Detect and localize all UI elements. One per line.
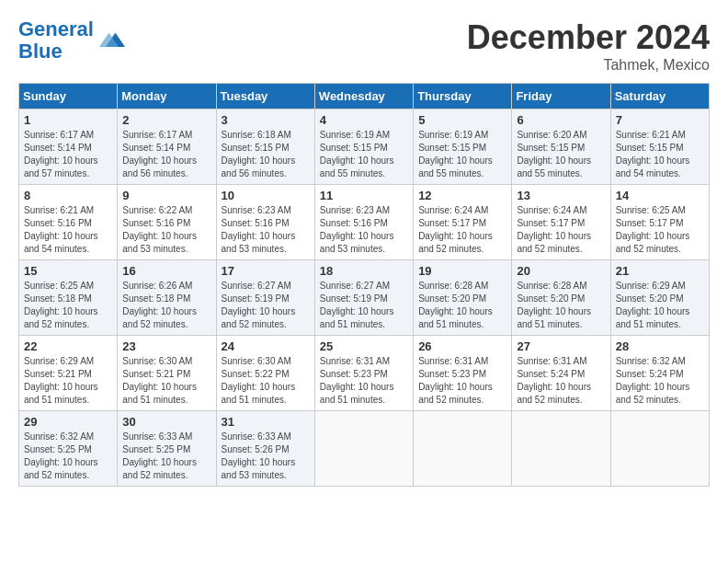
logo-icon <box>99 28 125 53</box>
day-info: Sunrise: 6:21 AM Sunset: 5:16 PM Dayligh… <box>24 204 112 256</box>
day-number: 13 <box>517 189 605 202</box>
day-info: Sunrise: 6:18 AM Sunset: 5:15 PM Dayligh… <box>222 129 310 180</box>
day-info: Sunrise: 6:25 AM Sunset: 5:18 PM Dayligh… <box>24 280 112 331</box>
day-number: 26 <box>418 339 506 353</box>
day-number: 15 <box>24 264 112 278</box>
day-info: Sunrise: 6:27 AM Sunset: 5:19 PM Dayligh… <box>320 280 408 331</box>
day-info: Sunrise: 6:31 AM Sunset: 5:24 PM Dayligh… <box>517 355 605 407</box>
day-info: Sunrise: 6:17 AM Sunset: 5:14 PM Dayligh… <box>24 129 112 180</box>
page-header: General Blue December 2024 Tahmek, Mexic… <box>18 18 710 74</box>
day-info: Sunrise: 6:17 AM Sunset: 5:14 PM Dayligh… <box>122 129 210 180</box>
day-info: Sunrise: 6:24 AM Sunset: 5:17 PM Dayligh… <box>517 204 605 256</box>
day-number: 28 <box>616 339 704 353</box>
day-info: Sunrise: 6:23 AM Sunset: 5:16 PM Dayligh… <box>320 204 408 256</box>
day-info: Sunrise: 6:30 AM Sunset: 5:21 PM Dayligh… <box>122 355 210 407</box>
day-number: 17 <box>222 264 310 278</box>
calendar-cell: 8Sunrise: 6:21 AM Sunset: 5:16 PM Daylig… <box>19 185 118 260</box>
calendar-cell: 18Sunrise: 6:27 AM Sunset: 5:19 PM Dayli… <box>314 260 413 336</box>
day-number: 4 <box>320 113 408 127</box>
calendar-week-row: 8Sunrise: 6:21 AM Sunset: 5:16 PM Daylig… <box>19 185 710 260</box>
day-number: 31 <box>222 415 310 429</box>
calendar-week-row: 22Sunrise: 6:29 AM Sunset: 5:21 PM Dayli… <box>19 336 710 411</box>
calendar-cell <box>314 411 413 487</box>
day-number: 21 <box>616 264 704 278</box>
col-header-sunday: Sunday <box>19 84 118 109</box>
calendar-cell <box>512 411 610 487</box>
logo-text: General Blue <box>18 18 94 63</box>
day-number: 12 <box>418 189 506 202</box>
day-info: Sunrise: 6:28 AM Sunset: 5:20 PM Dayligh… <box>517 280 605 331</box>
day-number: 22 <box>24 339 112 353</box>
day-info: Sunrise: 6:27 AM Sunset: 5:19 PM Dayligh… <box>222 280 310 331</box>
month-title: December 2024 <box>467 18 710 57</box>
col-header-saturday: Saturday <box>610 84 709 109</box>
calendar-cell <box>414 411 512 487</box>
calendar-cell: 30Sunrise: 6:33 AM Sunset: 5:25 PM Dayli… <box>118 411 216 487</box>
day-number: 24 <box>222 339 310 353</box>
day-info: Sunrise: 6:19 AM Sunset: 5:15 PM Dayligh… <box>320 129 408 180</box>
calendar-cell: 11Sunrise: 6:23 AM Sunset: 5:16 PM Dayli… <box>314 185 413 260</box>
calendar-cell: 19Sunrise: 6:28 AM Sunset: 5:20 PM Dayli… <box>414 260 512 336</box>
calendar-cell: 31Sunrise: 6:33 AM Sunset: 5:26 PM Dayli… <box>216 411 314 487</box>
calendar-cell: 26Sunrise: 6:31 AM Sunset: 5:23 PM Dayli… <box>414 336 512 411</box>
calendar-cell: 2Sunrise: 6:17 AM Sunset: 5:14 PM Daylig… <box>118 109 216 185</box>
calendar-cell: 28Sunrise: 6:32 AM Sunset: 5:24 PM Dayli… <box>610 336 709 411</box>
day-info: Sunrise: 6:31 AM Sunset: 5:23 PM Dayligh… <box>418 355 506 407</box>
day-number: 27 <box>517 339 605 353</box>
day-info: Sunrise: 6:32 AM Sunset: 5:25 PM Dayligh… <box>24 431 112 482</box>
day-info: Sunrise: 6:20 AM Sunset: 5:15 PM Dayligh… <box>517 129 605 180</box>
day-info: Sunrise: 6:26 AM Sunset: 5:18 PM Dayligh… <box>122 280 210 331</box>
day-info: Sunrise: 6:29 AM Sunset: 5:20 PM Dayligh… <box>616 280 704 331</box>
location-subtitle: Tahmek, Mexico <box>467 57 710 74</box>
title-block: December 2024 Tahmek, Mexico <box>467 18 710 74</box>
day-number: 30 <box>122 415 210 429</box>
col-header-monday: Monday <box>118 84 216 109</box>
calendar-cell: 12Sunrise: 6:24 AM Sunset: 5:17 PM Dayli… <box>414 185 512 260</box>
day-info: Sunrise: 6:29 AM Sunset: 5:21 PM Dayligh… <box>24 355 112 407</box>
col-header-tuesday: Tuesday <box>216 84 314 109</box>
calendar-cell: 24Sunrise: 6:30 AM Sunset: 5:22 PM Dayli… <box>216 336 314 411</box>
day-info: Sunrise: 6:28 AM Sunset: 5:20 PM Dayligh… <box>418 280 506 331</box>
day-info: Sunrise: 6:33 AM Sunset: 5:26 PM Dayligh… <box>222 431 310 482</box>
day-number: 11 <box>320 189 408 202</box>
calendar-week-row: 15Sunrise: 6:25 AM Sunset: 5:18 PM Dayli… <box>19 260 710 336</box>
day-number: 23 <box>122 339 210 353</box>
col-header-wednesday: Wednesday <box>314 84 413 109</box>
day-number: 19 <box>418 264 506 278</box>
calendar-cell: 16Sunrise: 6:26 AM Sunset: 5:18 PM Dayli… <box>118 260 216 336</box>
calendar-cell: 1Sunrise: 6:17 AM Sunset: 5:14 PM Daylig… <box>19 109 118 185</box>
day-info: Sunrise: 6:33 AM Sunset: 5:25 PM Dayligh… <box>122 431 210 482</box>
day-info: Sunrise: 6:21 AM Sunset: 5:15 PM Dayligh… <box>616 129 704 180</box>
calendar-week-row: 29Sunrise: 6:32 AM Sunset: 5:25 PM Dayli… <box>19 411 710 487</box>
calendar-cell: 15Sunrise: 6:25 AM Sunset: 5:18 PM Dayli… <box>19 260 118 336</box>
calendar-cell: 6Sunrise: 6:20 AM Sunset: 5:15 PM Daylig… <box>512 109 610 185</box>
logo-blue: Blue <box>18 40 63 63</box>
calendar-cell: 21Sunrise: 6:29 AM Sunset: 5:20 PM Dayli… <box>610 260 709 336</box>
day-info: Sunrise: 6:19 AM Sunset: 5:15 PM Dayligh… <box>418 129 506 180</box>
day-info: Sunrise: 6:30 AM Sunset: 5:22 PM Dayligh… <box>222 355 310 407</box>
calendar-header-row: SundayMondayTuesdayWednesdayThursdayFrid… <box>19 84 710 109</box>
calendar-table: SundayMondayTuesdayWednesdayThursdayFrid… <box>18 83 710 487</box>
col-header-thursday: Thursday <box>414 84 512 109</box>
day-info: Sunrise: 6:23 AM Sunset: 5:16 PM Dayligh… <box>222 204 310 256</box>
calendar-cell: 25Sunrise: 6:31 AM Sunset: 5:23 PM Dayli… <box>314 336 413 411</box>
calendar-cell: 22Sunrise: 6:29 AM Sunset: 5:21 PM Dayli… <box>19 336 118 411</box>
day-number: 25 <box>320 339 408 353</box>
day-number: 6 <box>517 113 605 127</box>
day-number: 10 <box>222 189 310 202</box>
calendar-cell: 17Sunrise: 6:27 AM Sunset: 5:19 PM Dayli… <box>216 260 314 336</box>
calendar-cell: 5Sunrise: 6:19 AM Sunset: 5:15 PM Daylig… <box>414 109 512 185</box>
day-number: 8 <box>24 189 112 202</box>
calendar-cell: 3Sunrise: 6:18 AM Sunset: 5:15 PM Daylig… <box>216 109 314 185</box>
day-number: 29 <box>24 415 112 429</box>
logo: General Blue <box>18 18 125 63</box>
day-number: 3 <box>222 113 310 127</box>
day-info: Sunrise: 6:32 AM Sunset: 5:24 PM Dayligh… <box>616 355 704 407</box>
calendar-cell: 20Sunrise: 6:28 AM Sunset: 5:20 PM Dayli… <box>512 260 610 336</box>
day-number: 16 <box>122 264 210 278</box>
calendar-cell: 4Sunrise: 6:19 AM Sunset: 5:15 PM Daylig… <box>314 109 413 185</box>
calendar-cell: 27Sunrise: 6:31 AM Sunset: 5:24 PM Dayli… <box>512 336 610 411</box>
day-info: Sunrise: 6:31 AM Sunset: 5:23 PM Dayligh… <box>320 355 408 407</box>
calendar-cell <box>610 411 709 487</box>
calendar-cell: 7Sunrise: 6:21 AM Sunset: 5:15 PM Daylig… <box>610 109 709 185</box>
